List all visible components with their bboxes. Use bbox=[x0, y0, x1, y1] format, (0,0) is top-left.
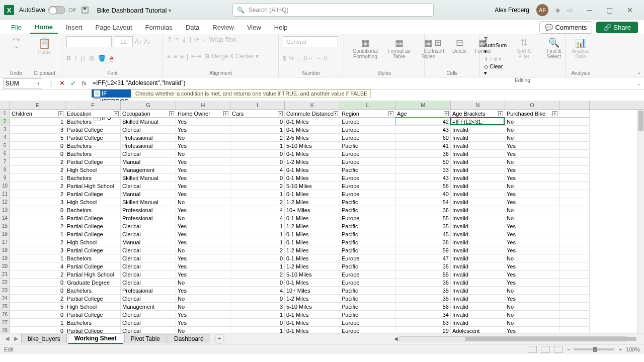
cell-E15[interactable]: 2 bbox=[10, 222, 65, 230]
sort-filter-button[interactable]: ⇅Sort & Filter bbox=[511, 36, 537, 76]
cell-N22[interactable]: Invalid bbox=[451, 279, 505, 287]
cell-M15[interactable]: 35 bbox=[395, 222, 451, 230]
accept-formula-icon[interactable]: ✓ bbox=[69, 79, 77, 87]
cell-L3[interactable]: Europe bbox=[340, 126, 395, 134]
cell-M25[interactable]: 56 bbox=[395, 303, 451, 311]
cell-G18[interactable]: Clerical bbox=[121, 246, 176, 254]
cell-I3[interactable]: 1 bbox=[230, 126, 285, 134]
cell-L27[interactable]: Europe bbox=[340, 319, 395, 327]
fill-button[interactable]: ⬇ Fill ▾ bbox=[484, 56, 507, 62]
cell-G4[interactable]: Professional bbox=[121, 134, 176, 142]
cell-F18[interactable]: Partial College bbox=[65, 246, 121, 254]
cell-L7[interactable]: Europe bbox=[340, 158, 395, 166]
ribbon-mode-icon[interactable]: ▭ bbox=[567, 7, 573, 14]
cell-G21[interactable]: Clerical bbox=[121, 270, 176, 279]
cell-H18[interactable]: No bbox=[176, 246, 230, 254]
cell-G12[interactable]: Skilled Manual bbox=[121, 198, 176, 206]
cell-F23[interactable]: Bachelors bbox=[65, 287, 121, 295]
insert-cells-button[interactable]: ⊞Insert bbox=[429, 36, 447, 55]
cell-E16[interactable]: 1 bbox=[10, 230, 65, 238]
row-header-16[interactable]: 16 bbox=[0, 230, 10, 238]
cell-O4[interactable]: No bbox=[505, 134, 559, 142]
orientation-icon[interactable]: ⟳ bbox=[194, 36, 199, 43]
name-box[interactable]: SUM▾ bbox=[3, 78, 42, 88]
cell-M24[interactable]: 35 bbox=[395, 295, 451, 303]
filter-icon[interactable]: ▾ bbox=[388, 111, 393, 116]
cell-E11[interactable]: 2 bbox=[10, 190, 65, 198]
cell-H21[interactable]: Yes bbox=[176, 270, 230, 279]
cell-K4[interactable]: 2-5 Miles bbox=[285, 134, 340, 142]
cell-I17[interactable]: 1 bbox=[230, 238, 285, 246]
tab-data[interactable]: Data bbox=[181, 22, 204, 33]
cell-L15[interactable]: Pacific bbox=[340, 222, 395, 230]
select-all-corner[interactable] bbox=[0, 101, 10, 109]
cell-M23[interactable]: 35 bbox=[395, 287, 451, 295]
cell-H5[interactable]: Yes bbox=[176, 142, 230, 150]
cell-G6[interactable]: Clerical bbox=[121, 150, 176, 158]
cell-I6[interactable]: 0 bbox=[230, 150, 285, 158]
cell-M5[interactable]: 41 bbox=[395, 142, 451, 150]
tab-formulas[interactable]: Formulas bbox=[140, 22, 178, 33]
cell-I21[interactable]: 2 bbox=[230, 270, 285, 279]
cell-I13[interactable]: 4 bbox=[230, 206, 285, 214]
cell-M26[interactable]: 34 bbox=[395, 311, 451, 319]
number-format-select[interactable]: General bbox=[283, 36, 338, 47]
cell-O24[interactable]: Yes bbox=[505, 295, 559, 303]
cell-N26[interactable]: Invalid bbox=[451, 311, 505, 319]
cell-L11[interactable]: Europe bbox=[340, 190, 395, 198]
align-left-icon[interactable]: ≡ bbox=[167, 53, 171, 60]
cell-M2[interactable]: 42 bbox=[395, 118, 451, 126]
cell-N27[interactable]: Invalid bbox=[451, 319, 505, 327]
cell-K2[interactable]: 0-1 Miles bbox=[285, 118, 340, 126]
diamond-icon[interactable]: ◈ bbox=[555, 7, 560, 14]
cell-M12[interactable]: 54 bbox=[395, 198, 451, 206]
cell-I2[interactable]: 0 bbox=[230, 118, 285, 126]
row-header-11[interactable]: 11 bbox=[0, 190, 10, 198]
cell-N17[interactable]: Invalid bbox=[451, 238, 505, 246]
cell-F13[interactable]: Bachelors bbox=[65, 206, 121, 214]
cell-G26[interactable]: Clerical bbox=[121, 311, 176, 319]
cell-N24[interactable]: Invalid bbox=[451, 295, 505, 303]
cell-G16[interactable]: Clerical bbox=[121, 230, 176, 238]
cell-M13[interactable]: 36 bbox=[395, 206, 451, 214]
decrease-decimal-icon[interactable]: ←.0 bbox=[316, 55, 328, 62]
cell-O27[interactable]: No bbox=[505, 319, 559, 327]
cell-H9[interactable]: Yes bbox=[176, 174, 230, 182]
cell-O21[interactable]: Yes bbox=[505, 270, 559, 279]
cell-L26[interactable]: Pacific bbox=[340, 311, 395, 319]
col-header-N[interactable]: N bbox=[451, 101, 505, 109]
cell-O6[interactable]: Yes bbox=[505, 150, 559, 158]
cell-L24[interactable]: Pacific bbox=[340, 295, 395, 303]
cell-L16[interactable]: Pacific bbox=[340, 230, 395, 238]
cell-F4[interactable]: Partial College bbox=[65, 134, 121, 142]
cell-O20[interactable]: Yes bbox=[505, 262, 559, 270]
cell-M3[interactable]: 43 bbox=[395, 126, 451, 134]
cell-M16[interactable]: 45 bbox=[395, 230, 451, 238]
cell-O12[interactable]: Yes bbox=[505, 198, 559, 206]
cell-I26[interactable]: 1 bbox=[230, 311, 285, 319]
row-header-13[interactable]: 13 bbox=[0, 206, 10, 214]
cell-H22[interactable]: No bbox=[176, 279, 230, 287]
find-select-button[interactable]: 🔍Find & Select bbox=[541, 36, 567, 76]
italic-icon[interactable]: I bbox=[75, 55, 76, 62]
cell-N6[interactable]: Invalid bbox=[451, 150, 505, 158]
align-middle-icon[interactable]: ≡ bbox=[175, 36, 179, 43]
cell-M11[interactable]: 40 bbox=[395, 190, 451, 198]
cell-G11[interactable]: Manual bbox=[121, 190, 176, 198]
cell-F27[interactable]: Bachelors bbox=[65, 319, 121, 327]
cell-H16[interactable]: Yes bbox=[176, 230, 230, 238]
cell-E3[interactable]: 3 bbox=[10, 126, 65, 134]
cell-I14[interactable]: 4 bbox=[230, 214, 285, 222]
zoom-out-icon[interactable]: − bbox=[567, 346, 570, 352]
cell-O19[interactable]: No bbox=[505, 254, 559, 262]
decrease-font-icon[interactable]: A↓ bbox=[144, 38, 151, 45]
cell-H13[interactable]: Yes bbox=[176, 206, 230, 214]
cell-G2[interactable]: Skilled Manual bbox=[121, 118, 176, 126]
cell-H2[interactable]: Yes bbox=[176, 118, 230, 126]
font-size-select[interactable]: 11 bbox=[114, 36, 133, 47]
cell-I8[interactable]: 4 bbox=[230, 166, 285, 174]
row-header-6[interactable]: 6 bbox=[0, 150, 10, 158]
cell-K3[interactable]: 0-1 Miles bbox=[285, 126, 340, 134]
cell-O25[interactable]: No bbox=[505, 303, 559, 311]
cell-H3[interactable]: Yes bbox=[176, 126, 230, 134]
